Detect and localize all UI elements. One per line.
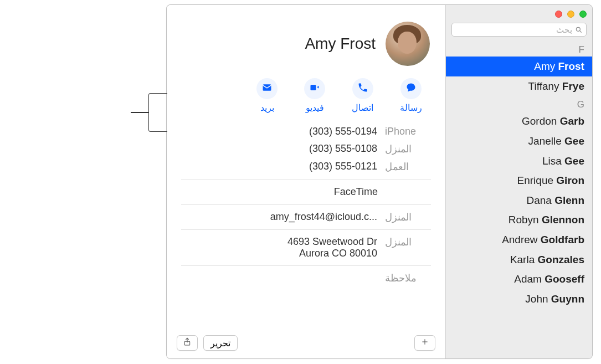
phone-row[interactable]: العمل(303) 555-0121	[176, 158, 436, 176]
search-wrap	[446, 20, 592, 41]
email-row[interactable]: المنزل amy_frost44@icloud.c...	[176, 208, 436, 226]
message-label: رسالة	[400, 102, 422, 113]
window-titlebar	[446, 5, 592, 20]
mail-label: بريد	[260, 102, 274, 113]
section-header: G	[446, 96, 592, 111]
phone-value: (303) 555-0108	[180, 143, 377, 155]
contacts-sidebar: FAmy FrostTiffany FryeGGordon GarbJanell…	[445, 5, 592, 358]
phone-row[interactable]: iPhone(303) 555-0194	[176, 123, 436, 140]
detail-header: Amy Frost	[167, 5, 445, 73]
action-row: رسالة اتصال فيديو بريد	[167, 73, 445, 123]
video-button[interactable]: فيديو	[304, 78, 325, 113]
close-icon[interactable]	[555, 11, 562, 18]
phone-value: (303) 555-0194	[180, 126, 377, 137]
list-item[interactable]: Tiffany Frye	[446, 76, 592, 96]
note-row[interactable]: ملاحظة	[176, 269, 436, 287]
share-icon	[183, 337, 192, 348]
mail-icon	[261, 82, 273, 95]
bottom-toolbar: تحرير	[167, 330, 445, 358]
minimize-icon[interactable]	[567, 11, 574, 18]
phone-icon	[357, 82, 368, 95]
add-button[interactable]	[414, 335, 435, 351]
contacts-window: FAmy FrostTiffany FryeGGordon GarbJanell…	[166, 4, 593, 359]
phone-label: iPhone	[385, 126, 432, 137]
video-icon	[309, 82, 320, 95]
address-line1: 4693 Sweetwood Dr	[180, 236, 377, 248]
call-label: اتصال	[352, 102, 373, 113]
phone-row[interactable]: المنزل(303) 555-0108	[176, 140, 436, 158]
list-item[interactable]: Karla Gonzales	[446, 250, 592, 270]
mail-button[interactable]: بريد	[256, 78, 278, 113]
list-item[interactable]: Lisa Gee	[446, 151, 592, 171]
fullscreen-icon[interactable]	[579, 11, 587, 18]
contact-list: FAmy FrostTiffany FryeGGordon GarbJanell…	[446, 41, 592, 309]
list-item[interactable]: Amy Frost	[446, 57, 592, 76]
search-input[interactable]	[455, 25, 572, 34]
phone-label: العمل	[385, 161, 432, 173]
call-button[interactable]: اتصال	[352, 78, 373, 113]
list-item[interactable]: Dana Glenn	[446, 191, 592, 211]
divider	[181, 229, 431, 230]
section-header: F	[446, 41, 592, 57]
list-item[interactable]: John Guynn	[446, 289, 592, 309]
search-icon	[575, 26, 583, 34]
email-value: amy_frost44@icloud.c...	[180, 211, 377, 223]
divider	[181, 265, 431, 266]
video-label: فيديو	[306, 102, 324, 113]
email-label: المنزل	[385, 211, 432, 223]
list-item[interactable]: Enrique Giron	[446, 171, 592, 191]
avatar[interactable]	[386, 22, 430, 66]
list-item[interactable]: Andrew Goldfarb	[446, 230, 592, 250]
phone-value: (303) 555-0121	[180, 161, 377, 172]
address-line2: Aurora CO 80010	[180, 248, 377, 259]
share-button[interactable]	[177, 335, 198, 351]
callout-bracket	[148, 93, 167, 132]
list-item[interactable]: Janelle Gee	[446, 131, 592, 151]
message-button[interactable]: رسالة	[400, 78, 422, 113]
list-item[interactable]: Robyn Glennon	[446, 210, 592, 230]
address-label: المنزل	[385, 236, 432, 248]
svg-rect-2	[311, 85, 316, 90]
fields: iPhone(303) 555-0194المنزل(303) 555-0108…	[167, 123, 445, 287]
callout-line	[131, 112, 148, 113]
list-item[interactable]: Gordon Garb	[446, 111, 592, 131]
note-label: ملاحظة	[385, 272, 432, 284]
contact-detail: Amy Frost رسالة اتصال فيديو بريد iPhone(…	[167, 5, 445, 358]
divider	[181, 204, 431, 205]
facetime-row[interactable]: FaceTime	[176, 183, 436, 201]
plus-icon	[420, 337, 429, 348]
svg-line-1	[579, 30, 581, 32]
contact-name: Amy Frost	[305, 35, 376, 53]
divider	[181, 179, 431, 180]
address-value: 4693 Sweetwood Dr Aurora CO 80010	[180, 236, 377, 259]
search-field[interactable]	[451, 23, 587, 37]
message-icon	[405, 82, 417, 95]
edit-button[interactable]: تحرير	[203, 335, 238, 351]
svg-point-0	[576, 27, 580, 31]
list-item[interactable]: Adam Gooseff	[446, 269, 592, 289]
phone-label: المنزل	[385, 143, 432, 155]
address-row[interactable]: المنزل 4693 Sweetwood Dr Aurora CO 80010	[176, 233, 436, 262]
